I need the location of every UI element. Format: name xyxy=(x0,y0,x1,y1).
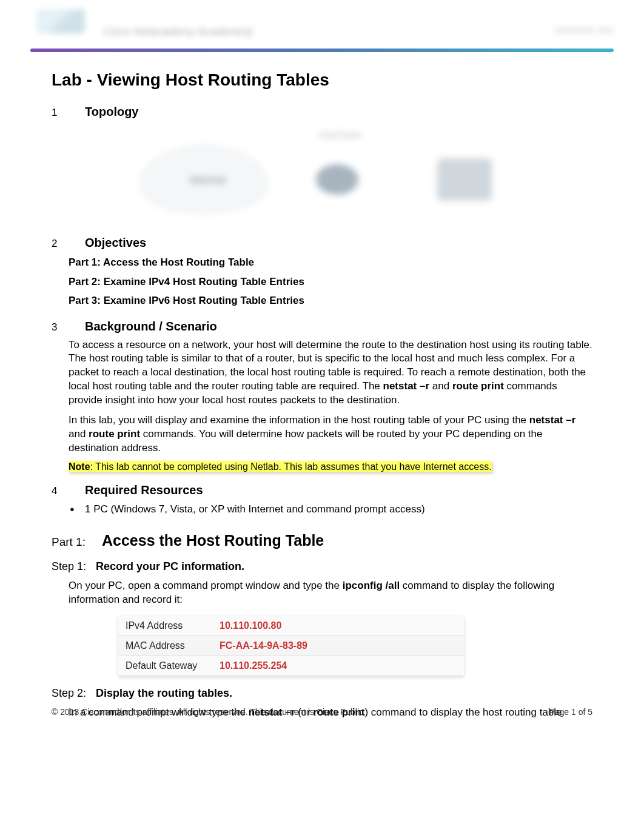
page-container: Cisco Netacademy Academicly XXXXXXX XXX … xyxy=(0,0,644,720)
background-paragraph-2: In this lab, you will display and examin… xyxy=(52,414,592,455)
table-row: MAC Address FC-AA-14-9A-83-89 xyxy=(118,635,464,656)
section-title: Required Resources xyxy=(85,483,203,497)
cloud-icon: Internet xyxy=(140,146,267,213)
part-1-heading: Part 1: Access the Host Routing Table xyxy=(52,532,592,549)
section-objectives-heading: 2 Objectives xyxy=(52,236,592,250)
note-label: Note xyxy=(69,461,90,472)
cisco-logo xyxy=(36,9,85,33)
text: and xyxy=(429,380,452,392)
table-row: IPv4 Address 10.110.100.80 xyxy=(118,616,464,636)
document-content: Lab - Viewing Host Routing Tables 1 Topo… xyxy=(0,70,644,720)
text: On your PC, open a command prompt window… xyxy=(69,580,343,591)
pc-info-table: IPv4 Address 10.110.100.80 MAC Address F… xyxy=(118,616,464,676)
step-number: Step 1: xyxy=(52,560,96,573)
section-topology-heading: 1 Topology xyxy=(52,105,592,119)
step-2-heading: Step 2: Display the routing tables. xyxy=(52,687,592,700)
command-text: netstat –r xyxy=(529,414,576,426)
table-label: Default Gateway xyxy=(118,656,212,676)
section-resources-heading: 4 Required Resources xyxy=(52,483,592,497)
section-number: 3 xyxy=(52,321,85,334)
table-value: 10.110.100.80 xyxy=(212,616,464,636)
pc-icon xyxy=(437,158,492,201)
page-footer: © 2013 Cisco and/or its affiliates. All … xyxy=(52,707,592,717)
step-1-heading: Step 1: Record your PC information. xyxy=(52,560,592,573)
section-background-heading: 3 Background / Scenario xyxy=(52,320,592,334)
section-title: Background / Scenario xyxy=(85,320,217,334)
objective-item: Part 3: Examine IPv6 Host Routing Table … xyxy=(52,293,592,309)
document-title: Lab - Viewing Host Routing Tables xyxy=(52,70,592,90)
text: and xyxy=(69,428,89,440)
document-header: Cisco Netacademy Academicly XXXXXXX XXX xyxy=(30,0,614,49)
resource-bullet: 1 PC (Windows 7, Vista, or XP with Inter… xyxy=(52,502,592,517)
table-label: MAC Address xyxy=(118,635,212,656)
note-highlight: Note: This lab cannot be completed using… xyxy=(69,461,492,472)
step-number: Step 2: xyxy=(52,687,96,700)
topology-diagram: Internet Small Router xyxy=(134,128,510,225)
step-title: Display the routing tables. xyxy=(96,687,232,700)
section-title: Objectives xyxy=(85,236,146,250)
step-title: Record your PC information. xyxy=(96,560,244,573)
cloud-label: Internet xyxy=(166,175,250,186)
command-text: route print xyxy=(89,428,140,440)
header-tagline: Cisco Netacademy Academicly xyxy=(103,25,253,38)
step-1-text: On your PC, open a command prompt window… xyxy=(52,579,592,607)
section-number: 1 xyxy=(52,107,85,119)
section-title: Topology xyxy=(85,105,139,119)
page-number: Page 1 of 5 xyxy=(549,707,592,717)
note-wrapper: Note: This lab cannot be completed using… xyxy=(52,461,592,472)
text: commands. You will determine how packets… xyxy=(69,428,542,454)
text: In this lab, you will display and examin… xyxy=(69,414,529,426)
command-text: netstat –r xyxy=(383,380,430,392)
table-value: 10.110.255.254 xyxy=(212,656,464,676)
objective-item: Part 2: Examine IPv4 Host Routing Table … xyxy=(52,274,592,290)
part-title: Access the Host Routing Table xyxy=(102,532,324,549)
table-value: FC-AA-14-9A-83-89 xyxy=(212,635,464,656)
table-row: Default Gateway 10.110.255.254 xyxy=(118,656,464,676)
copyright-text: © 2013 Cisco and/or its affiliates. All … xyxy=(52,707,366,717)
section-number: 4 xyxy=(52,485,85,497)
command-text: route print xyxy=(452,380,504,392)
section-number: 2 xyxy=(52,238,85,250)
note-text: : This lab cannot be completed using Net… xyxy=(90,461,492,472)
command-text: ipconfig /all xyxy=(343,580,400,591)
router-label: Small Router xyxy=(310,131,371,139)
background-paragraph-1: To access a resource on a network, your … xyxy=(52,338,592,408)
router-icon xyxy=(316,164,358,195)
objective-item: Part 1: Access the Host Routing Table xyxy=(52,255,592,270)
header-right-text: XXXXXXX XXX xyxy=(555,25,614,35)
header-gradient-bar xyxy=(30,49,614,52)
part-number: Part 1: xyxy=(52,535,102,549)
table-label: IPv4 Address xyxy=(118,616,212,636)
